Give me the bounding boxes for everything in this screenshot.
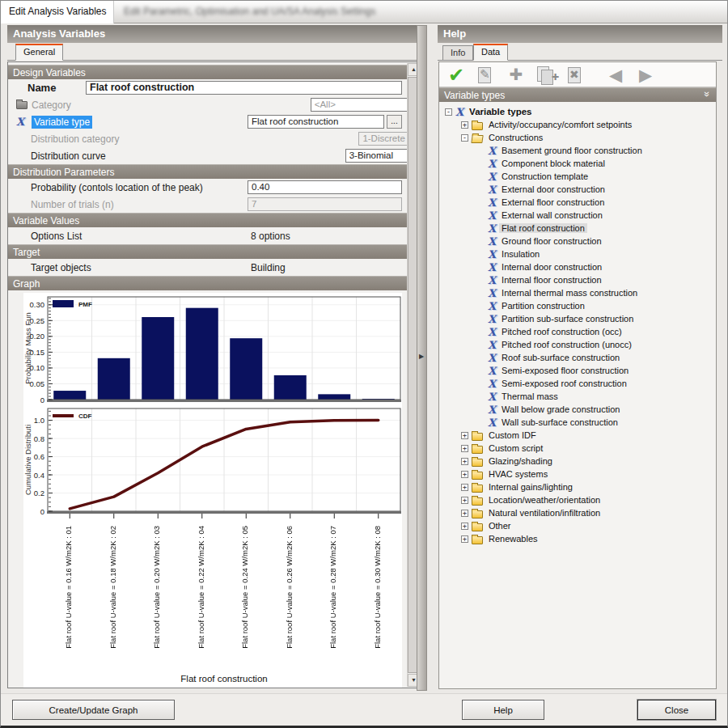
category-dropdown[interactable]: <All> ▼	[311, 98, 421, 112]
section-distribution-parameters[interactable]: Distribution Parameters »	[8, 164, 421, 179]
add-icon[interactable]: ✚	[504, 64, 528, 86]
tree-item-label[interactable]: Construction template	[499, 171, 590, 181]
tree-item-renewables[interactable]: +Renewables	[439, 532, 716, 545]
tab-data[interactable]: Data	[473, 44, 508, 61]
tree-item-location-weather-orientation[interactable]: +Location/weather/orientation	[439, 493, 716, 506]
probability-input[interactable]: 0.40	[248, 180, 402, 194]
duplicate-icon[interactable]: ✚	[534, 64, 558, 86]
tree-item-wall-below-grade-construction[interactable]: XWall below grade construction	[439, 403, 716, 416]
tree-item-flat-roof-construction[interactable]: XFlat roof construction	[439, 222, 716, 235]
expand-box-icon[interactable]: +	[461, 535, 468, 543]
tree-item-partition-construction[interactable]: XPartition construction	[439, 299, 716, 312]
tree-item-label[interactable]: HVAC systems	[486, 469, 550, 479]
tree-item-label[interactable]: Natural ventilation/infiltration	[486, 508, 603, 518]
expand-box-icon[interactable]: +	[461, 523, 468, 530]
tree-item-internal-door-construction[interactable]: XInternal door construction	[439, 260, 716, 273]
tree-item-internal-thermal-mass-construction[interactable]: XInternal thermal mass construction	[439, 286, 716, 299]
tree-item-label[interactable]: Location/weather/orientation	[486, 495, 603, 505]
tree-item-label[interactable]: Internal door construction	[499, 262, 604, 272]
tree-item-wall-sub-surface-construction[interactable]: XWall sub-surface construction	[439, 416, 716, 429]
collapse-box-icon[interactable]: -	[445, 108, 452, 116]
tree-item-hvac-systems[interactable]: +HVAC systems	[439, 468, 716, 480]
tree-item-custom-script[interactable]: +Custom script	[439, 442, 716, 455]
section-graph[interactable]: Graph »	[8, 276, 421, 290]
collapse-box-icon[interactable]: -	[461, 134, 468, 142]
tree-item-label[interactable]: Roof sub-surface construction	[499, 353, 622, 362]
tree-item-label[interactable]: External door construction	[499, 184, 607, 194]
tree-item-label[interactable]: Wall below grade construction	[499, 404, 622, 414]
section-target[interactable]: Target »	[8, 244, 421, 259]
tree-item-component-block-material[interactable]: XComponent block material	[439, 157, 716, 170]
tree-item-basement-ground-floor-construction[interactable]: XBasement ground floor construction	[439, 144, 716, 157]
tree-item-external-wall-construction[interactable]: XExternal wall construction	[439, 209, 716, 222]
next-icon[interactable]: ▶	[633, 64, 658, 86]
tree-item-label[interactable]: Other	[486, 521, 514, 531]
tree-item-label[interactable]: Internal gains/lighting	[486, 482, 575, 492]
tree-item-activity-occupancy-comfort-setpoints[interactable]: +Activity/occupancy/comfort setpoints	[439, 118, 716, 131]
tree-item-label[interactable]: Semi-exposed floor construction	[499, 366, 631, 375]
tree-item-label[interactable]: Custom script	[486, 443, 545, 453]
delete-icon[interactable]: ✖	[564, 64, 588, 86]
tree-item-glazing-shading[interactable]: +Glazing/shading	[439, 455, 716, 468]
expand-box-icon[interactable]: +	[461, 445, 468, 452]
expand-box-icon[interactable]: +	[461, 458, 468, 465]
variable-type-input[interactable]: Flat roof construction	[248, 115, 384, 129]
expand-box-icon[interactable]: +	[461, 484, 468, 491]
tree-item-thermal-mass[interactable]: XThermal mass	[439, 390, 716, 403]
tree-item-label[interactable]: Insulation	[499, 249, 542, 259]
expand-box-icon[interactable]: +	[461, 432, 468, 439]
tree-item-constructions[interactable]: -Constructions	[439, 131, 716, 144]
tree-item-label[interactable]: Ground floor construction	[499, 236, 604, 246]
tree-item-partition-sub-surface-construction[interactable]: XPartition sub-surface construction	[439, 312, 716, 325]
tree-item-insulation[interactable]: XInsulation	[439, 248, 716, 260]
edit-icon[interactable]: ✎	[474, 64, 498, 86]
create-update-graph-button[interactable]: Create/Update Graph	[12, 700, 175, 720]
name-input[interactable]: Flat roof construction	[86, 81, 402, 95]
tree-item-label[interactable]: Thermal mass	[499, 392, 561, 401]
tree-item-label[interactable]: Component block material	[499, 159, 607, 168]
tree-item-label[interactable]: External wall construction	[499, 210, 605, 220]
tree-item-semi-exposed-floor-construction[interactable]: XSemi-exposed floor construction	[439, 364, 716, 377]
tree-item-roof-sub-surface-construction[interactable]: XRoof sub-surface construction	[439, 351, 716, 364]
variable-type-browse-button[interactable]: ...	[387, 115, 402, 129]
tree-item-label[interactable]: Constructions	[486, 133, 545, 142]
tree-item-ground-floor-construction[interactable]: XGround floor construction	[439, 235, 716, 248]
options-list-value[interactable]: 8 options	[251, 231, 290, 242]
tree-item-label[interactable]: Variable types	[467, 107, 534, 116]
tree-item-label[interactable]: Internal floor construction	[499, 275, 604, 285]
tree-item-label[interactable]: Wall sub-surface construction	[499, 417, 620, 427]
tree-item-variable-types[interactable]: -XVariable types	[439, 105, 716, 118]
tree-item-semi-exposed-roof-construction[interactable]: XSemi-exposed roof construction	[439, 377, 716, 390]
tree-item-label[interactable]: Basement ground floor construction	[499, 146, 645, 155]
expand-box-icon[interactable]: +	[461, 510, 468, 517]
tree-item-natural-ventilation-infiltration[interactable]: +Natural ventilation/infiltration	[439, 506, 716, 519]
tab-general[interactable]: General	[15, 44, 63, 61]
section-design-variables[interactable]: Design Variables »	[8, 65, 421, 79]
tree-item-label[interactable]: Flat roof construction	[499, 223, 587, 233]
tree-item-label[interactable]: Semi-exposed roof construction	[499, 379, 629, 388]
collapse-chevron-icon[interactable]: »	[700, 91, 714, 99]
tree-item-label[interactable]: External floor construction	[499, 197, 607, 207]
splitter-arrow-icon[interactable]: ▶	[419, 353, 424, 360]
tree-item-label[interactable]: Glazing/shading	[486, 456, 555, 466]
tree-item-internal-floor-construction[interactable]: XInternal floor construction	[439, 273, 716, 286]
help-button[interactable]: Help	[462, 700, 544, 720]
tree-item-label[interactable]: Custom IDF	[486, 430, 539, 440]
section-variable-values[interactable]: Variable Values »	[8, 213, 421, 227]
tree-item-external-floor-construction[interactable]: XExternal floor construction	[439, 196, 716, 209]
tree-item-pitched-roof-construction-unocc[interactable]: XPitched roof construction (unocc)	[439, 338, 716, 351]
tree-item-internal-gains-lighting[interactable]: +Internal gains/lighting	[439, 480, 716, 493]
expand-box-icon[interactable]: +	[461, 121, 468, 129]
tree-item-label[interactable]: Activity/occupancy/comfort setpoints	[486, 120, 634, 129]
tree-item-pitched-roof-construction-occ[interactable]: XPitched roof construction (occ)	[439, 325, 716, 338]
tab-info[interactable]: Info	[442, 45, 473, 61]
tree-item-external-door-construction[interactable]: XExternal door construction	[439, 183, 716, 196]
tree-item-label[interactable]: Partition sub-surface construction	[499, 314, 636, 324]
tree-item-label[interactable]: Partition construction	[499, 301, 587, 311]
expand-box-icon[interactable]: +	[461, 471, 468, 478]
tree-item-label[interactable]: Renewables	[486, 534, 540, 544]
panel-splitter[interactable]: ▶	[417, 25, 427, 691]
confirm-icon[interactable]: ✔	[444, 64, 468, 86]
tree-item-label[interactable]: Pitched roof construction (unocc)	[499, 340, 634, 349]
trials-input[interactable]: 7	[248, 197, 402, 211]
